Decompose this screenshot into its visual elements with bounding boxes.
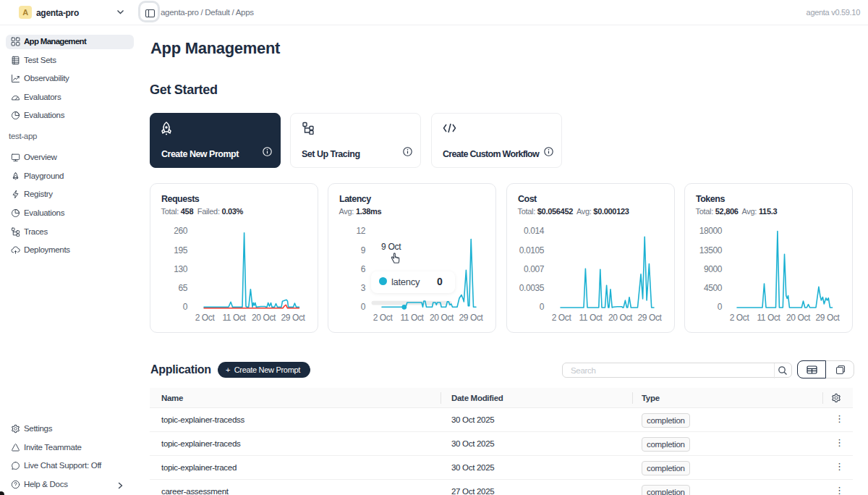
svg-text:2 Oct: 2 Oct	[195, 313, 216, 323]
svg-text:0.014: 0.014	[524, 226, 545, 236]
svg-text:0.0035: 0.0035	[519, 283, 545, 293]
svg-text:12: 12	[356, 226, 365, 236]
svg-text:0.007: 0.007	[524, 264, 545, 274]
svg-text:11 Oct: 11 Oct	[400, 313, 424, 323]
svg-text:20 Oct: 20 Oct	[430, 313, 454, 323]
svg-text:4500: 4500	[704, 283, 723, 293]
svg-text:29 Oct: 29 Oct	[459, 313, 484, 323]
svg-text:0: 0	[361, 302, 366, 312]
svg-text:2 Oct: 2 Oct	[730, 313, 750, 323]
svg-text:9: 9	[361, 245, 366, 255]
svg-text:29 Oct: 29 Oct	[816, 313, 841, 323]
svg-text:2 Oct: 2 Oct	[373, 313, 393, 323]
svg-text:18000: 18000	[699, 226, 723, 236]
svg-text:130: 130	[174, 264, 188, 274]
svg-text:0: 0	[540, 302, 545, 312]
svg-text:65: 65	[178, 283, 187, 293]
svg-text:13500: 13500	[699, 245, 723, 255]
svg-text:20 Oct: 20 Oct	[252, 313, 276, 323]
svg-text:11 Oct: 11 Oct	[222, 313, 246, 323]
svg-text:29 Oct: 29 Oct	[638, 313, 663, 323]
svg-text:260: 260	[174, 226, 188, 236]
svg-text:2 Oct: 2 Oct	[552, 313, 572, 323]
svg-text:9000: 9000	[704, 264, 723, 274]
svg-text:11 Oct: 11 Oct	[579, 313, 603, 323]
svg-text:6: 6	[361, 264, 366, 274]
svg-text:3: 3	[361, 283, 366, 293]
svg-text:0.0105: 0.0105	[519, 245, 545, 255]
svg-text:195: 195	[174, 245, 188, 255]
svg-text:0: 0	[183, 302, 188, 312]
svg-text:20 Oct: 20 Oct	[786, 313, 811, 323]
svg-text:0: 0	[718, 302, 723, 312]
svg-text:11 Oct: 11 Oct	[757, 313, 780, 323]
svg-text:29 Oct: 29 Oct	[281, 313, 306, 323]
svg-text:20 Oct: 20 Oct	[608, 313, 633, 323]
